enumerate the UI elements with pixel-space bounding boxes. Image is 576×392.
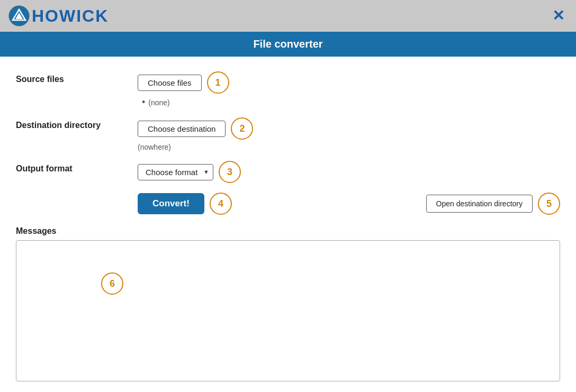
action-row: Convert! 4 Open destination directory 5: [16, 193, 560, 215]
close-button[interactable]: ✕: [548, 6, 568, 25]
destination-dir-row: Destination directory Choose destination…: [16, 117, 560, 151]
badge-2: 2: [231, 117, 253, 140]
output-format-row: Output format Choose format CSV JSON XML…: [16, 161, 560, 183]
title-bar: HOWICK ✕: [0, 0, 576, 32]
main-content: Source files Choose files 1 (none) Desti…: [0, 57, 576, 392]
messages-label: Messages: [16, 226, 560, 236]
badge-1: 1: [207, 71, 229, 94]
choose-dest-row: Choose destination 2: [138, 117, 253, 140]
badge-4: 4: [210, 193, 232, 215]
output-format-label: Output format: [16, 161, 138, 174]
choose-files-button[interactable]: Choose files: [138, 75, 202, 91]
destination-dir-label: Destination directory: [16, 117, 138, 130]
app-window: HOWICK ✕ File converter Source files Cho…: [0, 0, 576, 392]
source-files-row: Source files Choose files 1 (none): [16, 71, 560, 108]
logo-text: HOWICK: [32, 6, 109, 26]
format-select-row: Choose format CSV JSON XML PDF 3: [138, 161, 241, 183]
convert-row: Convert! 4: [16, 193, 232, 215]
source-files-status: (none): [138, 97, 229, 108]
convert-button[interactable]: Convert!: [138, 193, 204, 214]
choose-destination-button[interactable]: Choose destination: [138, 121, 226, 137]
open-dest-row: Open destination directory 5: [426, 193, 560, 215]
choose-files-row: Choose files 1: [138, 71, 229, 94]
destination-dir-controls: Choose destination 2 (nowhere): [138, 117, 253, 151]
badge-6: 6: [101, 272, 123, 295]
logo: HOWICK: [8, 5, 109, 26]
source-files-label: Source files: [16, 71, 138, 84]
section-header: File converter: [0, 32, 576, 57]
destination-status: (nowhere): [138, 143, 253, 151]
section-title: File converter: [253, 38, 322, 50]
logo-icon: [8, 5, 30, 26]
badge-5: 5: [538, 193, 560, 215]
open-destination-button[interactable]: Open destination directory: [426, 195, 533, 213]
badge-3: 3: [219, 161, 241, 183]
format-select-wrapper: Choose format CSV JSON XML PDF: [138, 164, 213, 180]
output-format-controls: Choose format CSV JSON XML PDF 3: [138, 161, 241, 183]
source-files-controls: Choose files 1 (none): [138, 71, 229, 108]
messages-box: 6: [16, 240, 560, 381]
format-select[interactable]: Choose format CSV JSON XML PDF: [138, 164, 213, 180]
